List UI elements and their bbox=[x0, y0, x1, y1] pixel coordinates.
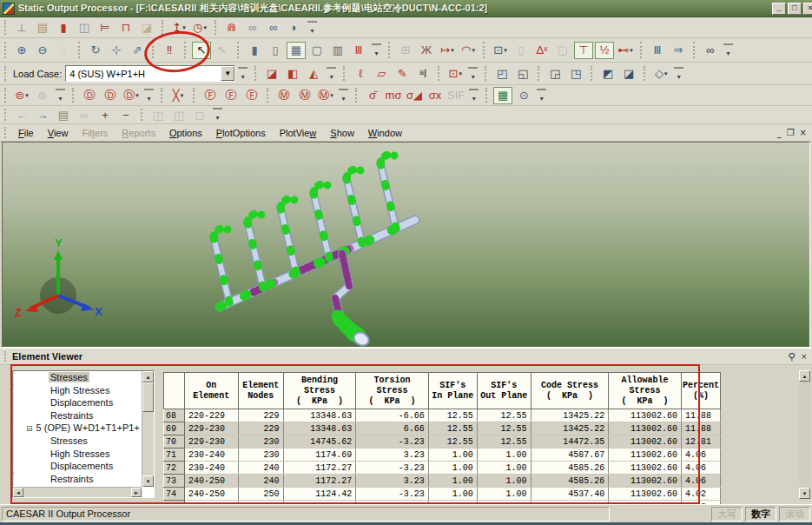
decrease-icon[interactable]: − bbox=[116, 106, 135, 123]
minimize-button[interactable]: _ bbox=[772, 3, 786, 15]
force-node-icon[interactable]: Ⓕ bbox=[201, 87, 220, 104]
menu-item-plotview[interactable]: PlotView bbox=[273, 126, 324, 140]
render-hiddenline-icon[interactable]: ▢ bbox=[307, 42, 327, 59]
render-outline-icon[interactable]: ▯ bbox=[266, 42, 285, 59]
menu-item-plotoptions[interactable]: PlotOptions bbox=[209, 126, 273, 140]
menu-item-reports[interactable]: Reports bbox=[115, 126, 162, 140]
stress-colors-icon[interactable]: ⊜▾ bbox=[12, 87, 31, 104]
gauge-bottle-icon[interactable]: ◫ bbox=[75, 19, 94, 37]
gauge-clock-icon[interactable]: ◷▾ bbox=[190, 19, 209, 37]
menu-item-show[interactable]: Show bbox=[323, 126, 361, 140]
render-wireframe-icon[interactable]: ▦ bbox=[287, 42, 306, 59]
anchor-display-icon[interactable]: ↦▾ bbox=[438, 42, 457, 59]
max-stress-icon[interactable]: mσ bbox=[384, 87, 403, 104]
tree-item-displacements[interactable]: Displacements bbox=[13, 460, 142, 473]
dropdown-arrow-icon[interactable]: ▾ bbox=[25, 92, 29, 99]
view-left-icon[interactable]: ◩ bbox=[598, 65, 617, 83]
force-element-icon[interactable]: Ⓕ bbox=[221, 87, 241, 104]
toolbar-overflow-button[interactable]: ▾ bbox=[327, 67, 336, 81]
freehand-annotate-icon[interactable]: ℓ bbox=[351, 65, 370, 83]
menu-item-options[interactable]: Options bbox=[162, 126, 209, 140]
toolbar-grip[interactable] bbox=[591, 66, 594, 82]
cube-front-edit-icon[interactable]: ◧ bbox=[283, 65, 302, 83]
toolbar-overflow-button[interactable]: ▾ bbox=[468, 67, 478, 81]
cube-flip-icon[interactable]: ◭ bbox=[304, 65, 323, 83]
walk-through-icon[interactable]: ‼ bbox=[160, 42, 179, 59]
element-box-icon[interactable]: ▯ bbox=[512, 42, 531, 59]
toolbar-grip[interactable] bbox=[485, 88, 489, 102]
pipe-support-icon[interactable]: ⊥ bbox=[12, 19, 31, 37]
relief-valve-icon[interactable]: ⋒ bbox=[222, 19, 241, 37]
drum-icon[interactable]: ▮ bbox=[54, 19, 73, 37]
tree-item-5-ope-w-d1-t1-p1-[interactable]: ⊟5 (OPE) W+D1+T1+P1+ bbox=[13, 422, 142, 435]
zoom-window-icon[interactable]: ◌ bbox=[54, 42, 73, 59]
toolbar-overflow-button[interactable]: ▾ bbox=[372, 43, 381, 57]
tree-vertical-scrollbar[interactable]: ▲ ▼ bbox=[142, 371, 154, 487]
load-case-combo[interactable]: 4 (SUS) W+P1+H▼ bbox=[65, 65, 235, 82]
toolbar-grip[interactable] bbox=[72, 88, 76, 102]
toolbar-overflow-button[interactable]: ▾ bbox=[339, 89, 348, 103]
tree-item-restraints[interactable]: Restraints bbox=[13, 473, 142, 486]
sif-icon[interactable]: SIF bbox=[446, 87, 465, 104]
toolbar-overflow-button[interactable]: ▾ bbox=[238, 67, 248, 81]
text-annotate-icon[interactable]: ᵃI bbox=[413, 65, 432, 83]
toolbar-grip[interactable] bbox=[184, 42, 188, 58]
scroll-down-icon[interactable]: ▼ bbox=[142, 475, 154, 487]
toolbar-overflow-button[interactable]: ▾ bbox=[307, 21, 317, 35]
flow-arrow-icon[interactable]: ⇒ bbox=[669, 42, 688, 59]
dropdown-arrow-icon[interactable]: ▾ bbox=[182, 24, 186, 31]
menu-item-view[interactable]: View bbox=[41, 126, 76, 140]
row-number-button[interactable]: 70 bbox=[164, 435, 185, 449]
mdi-restore-button[interactable]: ❐ bbox=[787, 128, 795, 137]
rectangle-annotate-icon[interactable]: ▱ bbox=[372, 65, 391, 83]
sheet-icon[interactable]: ▢ bbox=[553, 42, 572, 59]
toolbar-overflow-button[interactable]: ▾ bbox=[723, 43, 733, 57]
toolbar-overflow-button[interactable]: ▾ bbox=[56, 89, 65, 103]
mdi-minimize-button[interactable]: _ bbox=[777, 128, 782, 137]
toolbar-grip[interactable] bbox=[644, 66, 647, 82]
dropdown-arrow-icon[interactable]: ▾ bbox=[135, 92, 139, 99]
save-icon[interactable]: ◫ bbox=[149, 106, 168, 123]
moment-max-icon[interactable]: Ⓜ▾ bbox=[316, 87, 335, 104]
vertical-ruler-icon[interactable]: Ⅲ bbox=[648, 42, 667, 59]
forward-icon[interactable]: → bbox=[33, 106, 52, 123]
select-arrow-icon[interactable]: ↖ bbox=[192, 42, 211, 59]
find-report-icon[interactable]: ∞ bbox=[75, 106, 94, 123]
save-as-icon[interactable]: ◫ bbox=[169, 106, 188, 123]
toolbar-grip[interactable] bbox=[538, 66, 541, 82]
node-numbers-icon[interactable]: ⊡▾ bbox=[491, 42, 510, 59]
toolbar-grip[interactable] bbox=[4, 88, 8, 102]
scroll-right-icon[interactable]: ► bbox=[131, 488, 142, 497]
row-number-button[interactable]: 68 bbox=[164, 409, 185, 422]
line-annotate-icon[interactable]: ✎ bbox=[393, 65, 412, 83]
toolbar-overflow-button[interactable]: ▾ bbox=[674, 67, 683, 81]
dropdown-arrow-icon[interactable]: ▾ bbox=[630, 47, 633, 54]
thermometer-icon[interactable]: ↥▾ bbox=[169, 19, 188, 37]
displacement-node-icon[interactable]: Ⓓ bbox=[80, 87, 99, 104]
overstress-icon[interactable]: σ̄ bbox=[363, 87, 382, 104]
dropdown-arrow-icon[interactable]: ▾ bbox=[459, 70, 462, 77]
grown-stress-icon[interactable]: ⊜ bbox=[33, 87, 52, 104]
dropdown-arrow-icon[interactable]: ▾ bbox=[330, 92, 333, 99]
glasses-icon[interactable]: ∞ bbox=[243, 19, 262, 37]
scroll-up-icon[interactable]: ▲ bbox=[799, 370, 810, 382]
deflected-shape-icon[interactable]: ╳▾ bbox=[168, 87, 188, 104]
tree-item-stresses[interactable]: Stresses bbox=[13, 371, 142, 384]
tree-item-restraints[interactable]: Restraints bbox=[13, 409, 142, 422]
tree-item-high-stresses[interactable]: High Stresses bbox=[13, 384, 142, 397]
barrel-icon[interactable]: ◗ bbox=[285, 19, 304, 37]
back-icon[interactable]: ← bbox=[12, 106, 31, 123]
increase-icon[interactable]: + bbox=[96, 106, 115, 123]
mdi-close-button[interactable]: × bbox=[800, 128, 807, 137]
menu-item-file[interactable]: File bbox=[11, 126, 41, 140]
dropdown-arrow-icon[interactable]: ▾ bbox=[181, 92, 184, 99]
zoom-box-icon[interactable]: ⊡▾ bbox=[446, 65, 465, 83]
displacement-element-icon[interactable]: Ⓓ bbox=[101, 87, 120, 104]
tree-horizontal-scrollbar[interactable]: ◄ ► bbox=[13, 487, 142, 497]
zoom-dynamic-icon[interactable]: ⇗ bbox=[128, 42, 147, 59]
plot-viewport[interactable]: Y X Z bbox=[2, 142, 810, 348]
toolbar-grip[interactable] bbox=[4, 66, 8, 82]
length-display-icon[interactable]: ⊷▾ bbox=[616, 42, 635, 59]
dropdown-arrow-icon[interactable]: ▾ bbox=[504, 47, 507, 54]
axis-split-icon[interactable]: ½ bbox=[595, 42, 614, 59]
